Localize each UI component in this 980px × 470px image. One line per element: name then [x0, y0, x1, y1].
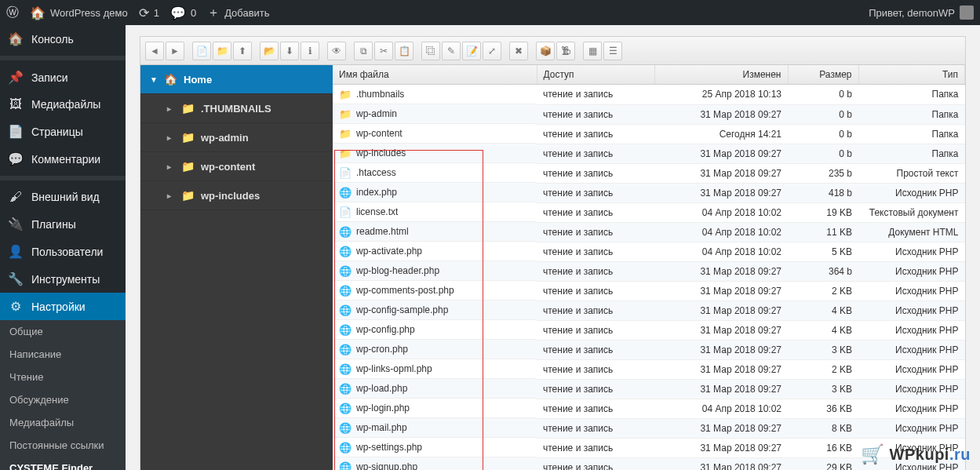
- sidebar-item-4[interactable]: 💬Комментарии: [0, 145, 126, 173]
- file-icon: 🌐: [339, 363, 352, 375]
- file-type: Исходник PHP: [858, 183, 965, 202]
- menu-icon: 💬: [8, 151, 24, 166]
- upload-button[interactable]: ⬆: [233, 42, 252, 60]
- file-icon: 📁: [339, 107, 352, 120]
- sidebar-item-5[interactable]: 🖌Внешний вид: [0, 184, 126, 210]
- col-type[interactable]: Тип: [858, 65, 965, 85]
- open-button[interactable]: 📂: [260, 42, 279, 60]
- wp-logo[interactable]: ⓦ: [6, 5, 19, 21]
- col-name[interactable]: Имя файла: [333, 65, 537, 85]
- delete-button[interactable]: ✖: [509, 42, 528, 60]
- watermark-suffix: .ru: [949, 446, 971, 463]
- tree-label: wp-includes: [201, 190, 260, 202]
- col-modified[interactable]: Изменен: [654, 65, 788, 85]
- sidebar-sub-6[interactable]: CYSTEME Finder: [0, 457, 126, 470]
- tree-caret-icon: ▸: [167, 133, 175, 142]
- file-icon: 🌐: [339, 402, 352, 414]
- table-row[interactable]: 📄license.txtчтение и запись04 Апр 2018 1…: [333, 202, 965, 222]
- table-row[interactable]: 🌐wp-load.phpчтение и запись31 Мар 2018 0…: [333, 379, 965, 399]
- file-type: Текстовый документ: [858, 202, 965, 222]
- new-folder-button[interactable]: 📁: [213, 42, 231, 60]
- sidebar-item-7[interactable]: 👤Пользователи: [0, 238, 126, 265]
- table-row[interactable]: 🌐wp-config.phpчтение и запись31 Мар 2018…: [333, 320, 965, 340]
- table-row[interactable]: 🌐index.phpчтение и запись31 Мар 2018 09:…: [333, 183, 965, 202]
- nav-forward-button[interactable]: ►: [166, 42, 184, 60]
- tree-node-4[interactable]: ▸📁wp-includes: [140, 181, 333, 210]
- table-row[interactable]: 🌐wp-login.phpчтение и запись04 Апр 2018 …: [333, 399, 965, 418]
- tree-node-3[interactable]: ▸📁wp-content: [140, 152, 333, 181]
- table-row[interactable]: 📁wp-includesчтение и запись31 Мар 2018 0…: [333, 144, 965, 163]
- preview-button[interactable]: 👁: [327, 42, 346, 60]
- file-size: 418 b: [788, 183, 858, 202]
- menu-label: Медиафайлы: [31, 98, 100, 111]
- tree-node-0[interactable]: ▼🏠Home: [140, 65, 333, 94]
- table-row[interactable]: 📁wp-contentчтение и записьСегодня 14:210…: [333, 124, 965, 144]
- table-row[interactable]: 🌐readme.htmlчтение и запись04 Апр 2018 1…: [333, 222, 965, 242]
- file-icon: 🌐: [339, 304, 352, 316]
- file-name: wp-comments-post.php: [356, 285, 454, 296]
- sidebar-sub-5[interactable]: Постоянные ссылки: [0, 434, 126, 457]
- sidebar-sub-4[interactable]: Медиафайлы: [0, 411, 126, 434]
- file-size: 0 b: [788, 124, 858, 144]
- file-modified: 31 Мар 2018 09:27: [654, 144, 788, 163]
- download-button[interactable]: ⬇: [280, 42, 299, 60]
- nav-back-button[interactable]: ◄: [145, 42, 164, 60]
- table-row[interactable]: 🌐wp-config-sample.phpчтение и запись31 М…: [333, 301, 965, 320]
- menu-icon: 🔌: [8, 217, 24, 231]
- info-button[interactable]: ℹ: [301, 42, 319, 60]
- sidebar-sub-1[interactable]: Написание: [0, 343, 126, 366]
- extract-button[interactable]: 📦: [536, 42, 555, 60]
- cut-button[interactable]: ✂: [374, 42, 393, 60]
- user-greeting[interactable]: Привет, demonWP: [869, 5, 974, 20]
- table-row[interactable]: 🌐wp-links-opml.phpчтение и запись31 Мар …: [333, 359, 965, 379]
- view-list-button[interactable]: ☰: [603, 42, 622, 60]
- file-type: Исходник PHP: [858, 301, 965, 320]
- table-row[interactable]: 🌐wp-activate.phpчтение и запись04 Апр 20…: [333, 242, 965, 261]
- menu-label: Пользователи: [31, 246, 103, 258]
- duplicate-button[interactable]: ⿻: [421, 42, 440, 60]
- file-access: чтение и запись: [537, 261, 654, 281]
- sidebar-item-9[interactable]: ⚙Настройки: [0, 293, 126, 320]
- sidebar-item-2[interactable]: 🖼Медиафайлы: [0, 91, 126, 118]
- table-row[interactable]: 📄.htaccessчтение и запись31 Мар 2018 09:…: [333, 163, 965, 183]
- file-manager: ◄ ► 📄 📁 ⬆ 📂 ⬇ ℹ 👁 ⧉ ✂ 📋 ⿻ ✎ 📝 ⤢ ✖ 📦: [140, 36, 966, 470]
- file-manager-toolbar: ◄ ► 📄 📁 ⬆ 📂 ⬇ ℹ 👁 ⧉ ✂ 📋 ⿻ ✎ 📝 ⤢ ✖ 📦: [140, 37, 965, 65]
- comments[interactable]: 💬0: [170, 5, 196, 20]
- site-name[interactable]: 🏠WordPress демо: [30, 5, 128, 20]
- file-size: 29 KB: [788, 457, 858, 470]
- paste-button[interactable]: 📋: [395, 42, 413, 60]
- sidebar-sub-0[interactable]: Общие: [0, 320, 126, 343]
- file-modified: 31 Мар 2018 09:27: [654, 379, 788, 399]
- file-access: чтение и запись: [537, 222, 654, 242]
- resize-button[interactable]: ⤢: [483, 42, 501, 60]
- table-row[interactable]: 📁wp-adminчтение и запись31 Мар 2018 09:2…: [333, 104, 965, 124]
- tree-node-2[interactable]: ▸📁wp-admin: [140, 123, 333, 152]
- file-size: 0 b: [788, 85, 858, 105]
- sidebar-item-1[interactable]: 📌Записи: [0, 64, 126, 91]
- add-new[interactable]: ＋Добавить: [207, 5, 269, 21]
- sidebar-item-0[interactable]: 🏠Консоль: [0, 25, 126, 53]
- tree-label: wp-content: [201, 161, 255, 173]
- edit-button[interactable]: 📝: [462, 42, 481, 60]
- sidebar-item-8[interactable]: 🔧Инструменты: [0, 265, 126, 293]
- archive-button[interactable]: 🗜: [556, 42, 575, 60]
- new-file-button[interactable]: 📄: [192, 42, 211, 60]
- rename-button[interactable]: ✎: [442, 42, 461, 60]
- sidebar-item-6[interactable]: 🔌Плагины: [0, 210, 126, 238]
- col-size[interactable]: Размер: [788, 65, 858, 85]
- file-access: чтение и запись: [537, 457, 654, 470]
- menu-label: Внешний вид: [31, 191, 100, 203]
- sidebar-sub-3[interactable]: Обсуждение: [0, 388, 126, 411]
- table-row[interactable]: 📁.thumbnailsчтение и запись25 Апр 2018 1…: [333, 85, 965, 105]
- updates[interactable]: ⟳1: [139, 5, 159, 20]
- view-icons-button[interactable]: ▦: [583, 42, 602, 60]
- sidebar-sub-2[interactable]: Чтение: [0, 366, 126, 388]
- table-row[interactable]: 🌐wp-blog-header.phpчтение и запись31 Мар…: [333, 261, 965, 281]
- col-access[interactable]: Доступ: [537, 65, 654, 85]
- table-row[interactable]: 🌐wp-cron.phpчтение и запись31 Мар 2018 0…: [333, 340, 965, 359]
- table-row[interactable]: 🌐wp-mail.phpчтение и запись31 Мар 2018 0…: [333, 418, 965, 438]
- copy-button[interactable]: ⧉: [354, 42, 373, 60]
- table-row[interactable]: 🌐wp-comments-post.phpчтение и запись31 М…: [333, 281, 965, 301]
- tree-node-1[interactable]: ▸📁.THUMBNAILS: [140, 94, 333, 123]
- sidebar-item-3[interactable]: 📄Страницы: [0, 118, 126, 145]
